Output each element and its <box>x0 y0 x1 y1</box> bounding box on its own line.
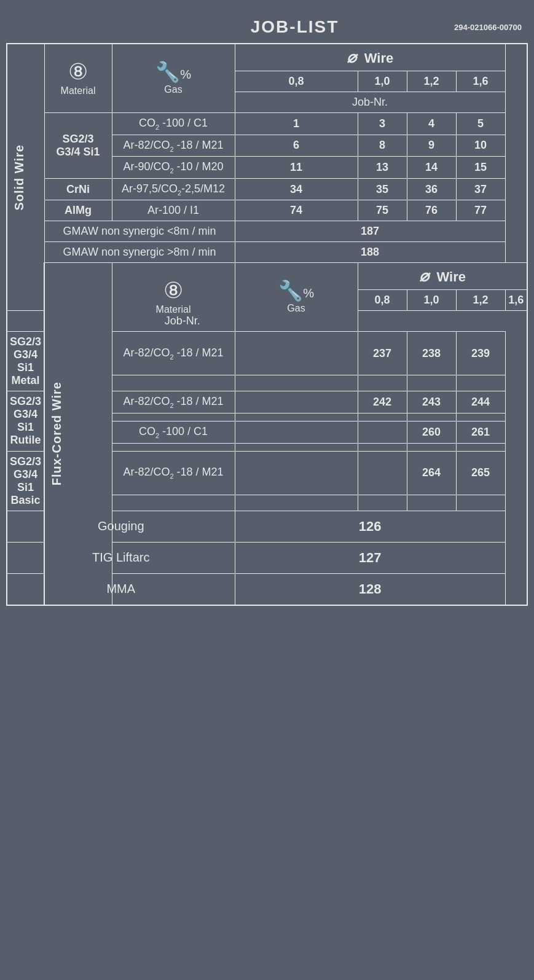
flux-wire-section-header-row: Flux-Cored Wire ⑧ Material 🔧% Gas ⌀ Wire <box>7 263 527 290</box>
solid-job-10: 10 <box>456 135 505 157</box>
solid-material-sg23: SG2/3G3/4 Si1 <box>44 113 112 179</box>
flux-rutile-empty-2d <box>456 443 505 451</box>
flux-job-basic-08 <box>235 451 358 495</box>
header: JOB-LIST 294-021066-00700 <box>0 6 534 43</box>
non-synergic-value-1: 187 <box>235 221 505 242</box>
flux-wire-size-16: 1,6 <box>505 290 527 311</box>
solid-job-11: 11 <box>235 157 358 179</box>
flux-job-261: 261 <box>456 421 505 443</box>
solid-job-3: 3 <box>358 113 407 135</box>
flux-job-265: 265 <box>456 451 505 495</box>
tig-value: 127 <box>235 542 505 573</box>
flux-material-basic: SG2/3G3/4 Si1Basic <box>7 451 44 511</box>
solid-job-77: 77 <box>456 200 505 221</box>
non-synergic-value-2: 188 <box>235 242 505 263</box>
flux-wire-label: Flux-Cored Wire <box>47 375 66 492</box>
solid-gas-ar100: Ar-100 / I1 <box>112 200 235 221</box>
solid-job-75: 75 <box>358 200 407 221</box>
flux-job-rutile-ar82-08 <box>235 391 358 414</box>
solid-wire-jobnr-label: Job-Nr. <box>235 92 505 113</box>
solid-wire-size-12: 1,2 <box>407 71 456 92</box>
solid-job-5: 5 <box>456 113 505 135</box>
flux-gas-ar82-basic: Ar-82/CO2 -18 / M21 <box>112 451 235 495</box>
flux-rutile-empty-2c <box>407 443 456 451</box>
solid-row-sg23-co2: SG2/3G3/4 Si1 CO2 -100 / C1 1 3 4 5 <box>7 113 527 135</box>
solid-job-13: 13 <box>358 157 407 179</box>
solid-row-almg: AlMg Ar-100 / I1 74 75 76 77 <box>7 200 527 221</box>
solid-non-synergic-2: GMAW non synergic >8m / min 188 <box>7 242 527 263</box>
solid-material-crni: CrNi <box>44 178 112 200</box>
flux-basic-empty-3 <box>407 495 456 511</box>
solid-wire-wire-header: ⌀ Wire <box>235 44 505 71</box>
tig-row: TIG Liftarc 127 <box>7 542 527 573</box>
flux-job-264: 264 <box>407 451 456 495</box>
non-synergic-label-1: GMAW non synergic <8m / min <box>44 221 235 242</box>
flux-wire-jobnr-row: Job-Nr. <box>7 311 527 332</box>
solid-job-15: 15 <box>456 157 505 179</box>
flux-wire-header-label: Wire <box>437 269 466 284</box>
flux-gas-co2-rutile: CO2 -100 / C1 <box>112 421 235 443</box>
gouging-row: Gouging 126 <box>7 511 527 542</box>
flux-rutile-empty-2a <box>235 443 358 451</box>
flux-basic-empty-gas <box>112 495 235 511</box>
solid-wire-size-10: 1,0 <box>358 71 407 92</box>
solid-job-8: 8 <box>358 135 407 157</box>
flux-wire-diameter-symbol: ⌀ <box>419 267 429 285</box>
flux-job-rutile-co2-10 <box>358 421 407 443</box>
flux-gas-ar82-rutile: Ar-82/CO2 -18 / M21 <box>112 391 235 414</box>
solid-gas-ar975: Ar-97,5/CO2-2,5/M12 <box>112 178 235 200</box>
flux-job-237: 237 <box>358 332 407 375</box>
flux-rutile-empty-1a <box>235 413 358 421</box>
flux-rutile-empty-gas-1 <box>112 413 235 421</box>
solid-job-36: 36 <box>407 178 456 200</box>
solid-row-crni: CrNi Ar-97,5/CO2-2,5/M12 34 35 36 37 <box>7 178 527 200</box>
solid-gas-co2-100: CO2 -100 / C1 <box>112 113 235 135</box>
mma-value: 128 <box>235 573 505 605</box>
flux-job-242: 242 <box>358 391 407 414</box>
flux-job-basic-10 <box>358 451 407 495</box>
flux-rutile-empty-2b <box>358 443 407 451</box>
solid-job-9: 9 <box>407 135 456 157</box>
non-synergic-label-2: GMAW non synergic >8m / min <box>44 242 235 263</box>
flux-metal-empty-4 <box>456 375 505 391</box>
flux-wire-size-10: 1,0 <box>407 290 456 311</box>
tig-label: TIG Liftarc <box>7 542 235 573</box>
flux-gas-icon: 🔧% <box>238 281 355 300</box>
flux-material-rutile: SG2/3G3/4 Si1Rutile <box>7 391 44 451</box>
solid-gas-ar82-co2: Ar-82/CO2 -18 / M21 <box>112 135 235 157</box>
solid-job-6: 6 <box>235 135 358 157</box>
solid-job-37: 37 <box>456 178 505 200</box>
main-table: Solid Wire ⑧ Material 🔧% Gas ⌀ Wire <box>6 43 528 606</box>
page: JOB-LIST 294-021066-00700 Solid Wire ⑧ M… <box>0 6 534 606</box>
flux-metal-empty-2 <box>358 375 407 391</box>
flux-metal-empty-1 <box>235 375 358 391</box>
solid-wire-section-header-row: Solid Wire ⑧ Material 🔧% Gas ⌀ Wire <box>7 44 527 71</box>
flux-basic-empty-1 <box>235 495 358 511</box>
flux-job-238: 238 <box>407 332 456 375</box>
mma-row: MMA 128 <box>7 573 527 605</box>
material-label: Material <box>47 85 109 96</box>
flux-rutile-empty-gas-2 <box>112 443 235 451</box>
header-code: 294-021066-00700 <box>454 23 522 32</box>
solid-job-34: 34 <box>235 178 358 200</box>
material-icon: ⑧ <box>47 61 109 83</box>
solid-job-76: 76 <box>407 200 456 221</box>
solid-gas-ar90-co2: Ar-90/CO2 -10 / M20 <box>112 157 235 179</box>
flux-job-rutile-co2-08 <box>235 421 358 443</box>
flux-job-260: 260 <box>407 421 456 443</box>
flux-wire-size-08: 0,8 <box>358 290 407 311</box>
solid-wire-size-08: 0,8 <box>235 71 358 92</box>
solid-job-35: 35 <box>358 178 407 200</box>
wire-header-label: Wire <box>364 50 393 66</box>
solid-material-almg: AlMg <box>44 200 112 221</box>
flux-job-metal-08 <box>235 332 358 375</box>
solid-wire-size-16: 1,6 <box>456 71 505 92</box>
flux-material-icon: ⑧ <box>115 280 232 302</box>
flux-metal-empty-3 <box>407 375 456 391</box>
mma-label: MMA <box>7 573 235 605</box>
wire-diameter-symbol: ⌀ <box>347 48 356 66</box>
flux-job-244: 244 <box>456 391 505 414</box>
solid-non-synergic-1: GMAW non synergic <8m / min 187 <box>7 221 527 242</box>
flux-metal-empty-gas <box>112 375 235 391</box>
gas-icon: 🔧% <box>115 62 232 82</box>
